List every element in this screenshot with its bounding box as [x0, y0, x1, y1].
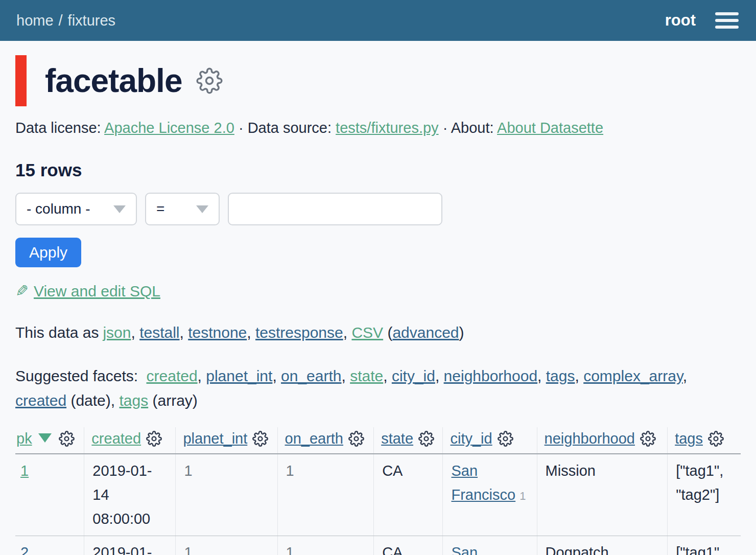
- export-link-testall[interactable]: testall: [139, 324, 179, 341]
- column-gear-icon[interactable]: [498, 431, 513, 447]
- column-gear-icon[interactable]: [418, 431, 434, 447]
- cell-neighborhood: Dogpatch: [537, 536, 668, 555]
- cell-planet-int: 1: [176, 454, 277, 536]
- cell-state: CA: [374, 454, 443, 536]
- export-link-csv[interactable]: CSV: [351, 324, 383, 341]
- license-label: Data license:: [15, 120, 104, 136]
- cell-state: CA: [374, 536, 443, 555]
- cell-created: 2019-01-14 08:00:00: [84, 536, 176, 555]
- column-gear-icon[interactable]: [59, 431, 75, 447]
- facet-link-tags-array[interactable]: tags: [119, 392, 148, 409]
- row-count: 15 rows: [15, 160, 741, 180]
- column-header-tags: tags: [668, 427, 741, 454]
- facet-link-city-id[interactable]: city_id: [392, 367, 435, 384]
- cell-pk: 2: [15, 536, 84, 555]
- column-gear-icon[interactable]: [708, 431, 724, 447]
- column-header-tags-link[interactable]: tags: [675, 430, 703, 447]
- column-header-neighborhood-link[interactable]: neighborhood: [545, 430, 635, 447]
- suggested-facets: Suggested facets: created, planet_int, o…: [15, 364, 742, 413]
- column-header-created: created: [84, 427, 176, 454]
- column-header-state: state: [374, 427, 443, 454]
- cell-tags: ["tag1", "tag3"]: [668, 536, 741, 555]
- page-title: facetable: [45, 62, 182, 100]
- column-header-city-id: city_id: [443, 427, 537, 454]
- filter-form: - column - =: [15, 193, 741, 225]
- filter-value-input[interactable]: [228, 193, 442, 225]
- facet-link-state[interactable]: state: [350, 367, 383, 384]
- table-row: 2 2019-01-14 08:00:00 1 1 CA San Francis…: [15, 536, 741, 555]
- export-link-json[interactable]: json: [103, 324, 131, 341]
- operator-select[interactable]: =: [145, 193, 220, 225]
- facet-link-planet-int[interactable]: planet_int: [206, 367, 272, 384]
- column-header-pk-link[interactable]: pk: [16, 430, 32, 447]
- column-select[interactable]: - column -: [15, 193, 137, 225]
- cell-tags: ["tag1", "tag2"]: [668, 454, 741, 536]
- cell-pk: 1: [15, 454, 84, 536]
- export-link-advanced[interactable]: advanced: [392, 324, 459, 341]
- facet-link-neighborhood[interactable]: neighborhood: [444, 367, 538, 384]
- hamburger-menu-icon[interactable]: [714, 10, 740, 31]
- export-link-testresponse[interactable]: testresponse: [255, 324, 343, 341]
- facet-link-tags[interactable]: tags: [546, 367, 575, 384]
- pk-link[interactable]: 1: [20, 462, 29, 479]
- chevron-down-icon: [113, 205, 126, 213]
- table-row: 1 2019-01-14 08:00:00 1 1 CA San Francis…: [15, 454, 741, 536]
- source-link[interactable]: tests/fixtures.py: [336, 120, 438, 136]
- column-header-on-earth: on_earth: [277, 427, 374, 454]
- column-header-planet-int-link[interactable]: planet_int: [183, 430, 247, 447]
- cell-on-earth: 1: [277, 536, 374, 555]
- column-gear-icon[interactable]: [640, 431, 656, 447]
- pencil-icon: ✎: [15, 282, 29, 300]
- about-link[interactable]: About Datasette: [497, 120, 603, 136]
- cell-city-id: San Francisco1: [443, 454, 537, 536]
- column-header-planet-int: planet_int: [176, 427, 277, 454]
- chevron-down-icon: [196, 205, 208, 213]
- city-id-count: 1: [519, 490, 526, 502]
- pk-link[interactable]: 2: [20, 544, 29, 555]
- breadcrumb-database-link[interactable]: fixtures: [68, 12, 115, 29]
- city-link[interactable]: San Francisco: [451, 462, 515, 503]
- column-select-value: - column -: [27, 201, 90, 217]
- sort-desc-icon: [38, 433, 52, 443]
- column-gear-icon[interactable]: [348, 431, 364, 447]
- breadcrumb-separator: /: [59, 12, 63, 29]
- column-header-on-earth-link[interactable]: on_earth: [285, 430, 344, 447]
- facet-link-complex-array[interactable]: complex_array: [583, 367, 683, 384]
- table-header-row: pk created planet_int on_earth state cit…: [15, 427, 741, 454]
- breadcrumb: home/fixtures: [16, 12, 115, 29]
- export-prefix: This data as: [15, 324, 99, 341]
- view-edit-sql-link[interactable]: View and edit SQL: [34, 283, 160, 299]
- export-links: This data asjson, testall, testnone, tes…: [15, 324, 741, 341]
- cell-planet-int: 1: [176, 536, 277, 555]
- column-header-neighborhood: neighborhood: [537, 427, 668, 454]
- apply-button[interactable]: Apply: [15, 238, 81, 267]
- breadcrumb-home-link[interactable]: home: [16, 12, 54, 29]
- cell-city-id: San Francisco1: [443, 536, 537, 555]
- export-link-testnone[interactable]: testnone: [188, 324, 247, 341]
- metadata-line: Data license: Apache License 2.0 · Data …: [15, 120, 741, 136]
- facet-link-on-earth[interactable]: on_earth: [281, 367, 341, 384]
- column-gear-icon[interactable]: [146, 431, 162, 447]
- column-header-state-link[interactable]: state: [381, 430, 413, 447]
- city-link[interactable]: San Francisco: [451, 544, 515, 555]
- cell-neighborhood: Mission: [537, 454, 668, 536]
- facet-link-created-date[interactable]: created: [15, 392, 66, 409]
- user-menu[interactable]: root: [665, 11, 696, 30]
- source-label: · Data source:: [234, 120, 336, 136]
- rows-table: pk created planet_int on_earth state cit…: [15, 427, 741, 555]
- column-header-created-link[interactable]: created: [91, 430, 141, 447]
- operator-select-value: =: [156, 201, 164, 217]
- cell-on-earth: 1: [277, 454, 374, 536]
- column-header-pk: pk: [15, 427, 84, 454]
- title-accent-bar: [15, 55, 27, 106]
- cell-created: 2019-01-14 08:00:00: [84, 454, 176, 536]
- facet-link-created[interactable]: created: [147, 367, 198, 384]
- license-link[interactable]: Apache License 2.0: [104, 120, 234, 136]
- facets-prefix: Suggested facets:: [15, 367, 138, 384]
- table-actions-gear-icon[interactable]: [196, 67, 223, 94]
- column-gear-icon[interactable]: [252, 431, 268, 447]
- about-label: · About:: [439, 120, 497, 136]
- column-header-city-id-link[interactable]: city_id: [450, 430, 492, 447]
- top-bar: home/fixtures root: [0, 0, 756, 41]
